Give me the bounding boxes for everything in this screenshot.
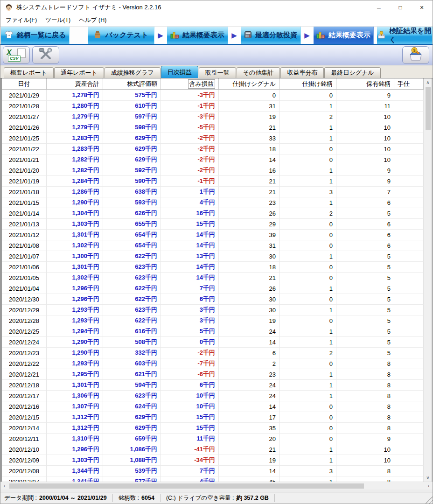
table-row[interactable]: 2021/01/08 1,302千円 654千円 14千円 31 0 6 <box>2 240 424 251</box>
scroll-down-icon[interactable]: ∨ <box>424 474 432 482</box>
column-header-total-assets[interactable]: 資産合計 <box>47 78 103 90</box>
nav-button-optimal-diversification[interactable]: 最適分散投資 <box>240 27 301 44</box>
table-row[interactable]: 2021/01/28 1,280千円 610千円 -1千円 31 1 11 <box>2 101 424 112</box>
table-row[interactable]: 2021/01/20 1,282千円 592千円 -2千円 16 1 9 <box>2 165 424 176</box>
cell-unrealized-pl: 7千円 <box>161 466 219 476</box>
tab-other-aggregation[interactable]: その他集計 <box>237 67 280 78</box>
cell-entry-symbols: 0 <box>279 90 336 101</box>
table-row[interactable]: 2021/01/21 1,282千円 629千円 -2千円 14 0 10 <box>2 154 424 165</box>
status-label: 銘柄数 : <box>119 494 139 502</box>
cell-exit-truncated <box>394 391 424 401</box>
table-row[interactable]: 2021/01/26 1,279千円 598千円 -5千円 21 1 10 <box>2 122 424 133</box>
minimize-icon: – <box>377 4 381 11</box>
table-row[interactable]: 2021/01/04 1,296千円 622千円 7千円 26 1 5 <box>2 283 424 294</box>
scroll-right-icon[interactable]: › <box>425 482 433 490</box>
table-row[interactable]: 2020/12/15 1,312千円 629千円 15千円 17 0 8 <box>2 412 424 423</box>
column-header-held-symbols[interactable]: 保有銘柄 <box>336 78 394 90</box>
vertical-scrollbar[interactable]: ∧ ∨ <box>424 78 432 482</box>
menu-file[interactable]: ファイル(F) <box>1 14 41 26</box>
settings-button[interactable] <box>32 46 59 64</box>
table-row[interactable]: 2020/12/30 1,296千円 622千円 6千円 30 0 5 <box>2 294 424 305</box>
table-row[interactable]: 2020/12/14 1,312千円 629千円 15千円 35 0 8 <box>2 423 424 434</box>
table-row[interactable]: 2021/01/14 1,304千円 626千円 16千円 26 2 5 <box>2 208 424 219</box>
table-row[interactable]: 2020/12/10 1,296千円 1,086千円 -41千円 21 1 10 <box>2 444 424 455</box>
tab-performance-graph[interactable]: 成績推移グラフ <box>105 67 161 78</box>
table-row[interactable]: 2020/12/25 1,294千円 616千円 5千円 24 1 5 <box>2 326 424 337</box>
wrench-hammer-icon <box>37 47 54 63</box>
cell-entry-signals: 21 <box>219 444 279 455</box>
table-row[interactable]: 2021/01/18 1,286千円 638千円 1千円 21 3 7 <box>2 187 424 197</box>
cell-exit-truncated <box>394 326 424 337</box>
scroll-up-icon[interactable]: ∧ <box>424 78 432 86</box>
cell-date: 2021/01/07 <box>2 251 47 262</box>
cell-unrealized-pl: 14千円 <box>161 240 219 251</box>
nav-button-back-to-symbol-list[interactable]: 銘柄一覧に戻る <box>0 27 70 44</box>
cell-entry-symbols: 1 <box>279 251 336 262</box>
action-toolbar: X CSV $ <box>0 45 433 65</box>
horizontal-scrollbar-thumb[interactable] <box>9 483 364 489</box>
menu-help[interactable]: ヘルプ (H) <box>75 14 111 26</box>
table-row[interactable]: 2021/01/12 1,301千円 654千円 14千円 39 0 6 <box>2 230 424 240</box>
nav-arrow-icon: ▶ <box>154 27 167 44</box>
table-row[interactable]: 2020/12/07 1,341千円 577千円 4千円 45 1 8 <box>2 476 424 482</box>
table-row[interactable]: 2020/12/22 1,293千円 603千円 -7千円 2 0 8 <box>2 358 424 369</box>
horizontal-scrollbar[interactable]: ‹ › <box>0 482 433 490</box>
table-row[interactable]: 2020/12/11 1,310千円 659千円 11千円 20 0 9 <box>2 434 424 444</box>
cell-date: 2020/12/17 <box>2 391 47 401</box>
maximize-button[interactable]: □ <box>390 0 411 14</box>
table-row[interactable]: 2020/12/24 1,290千円 508千円 0千円 14 1 5 <box>2 337 424 348</box>
minimize-button[interactable]: – <box>368 0 390 14</box>
cell-stock-value: 622千円 <box>103 315 161 326</box>
table-row[interactable]: 2020/12/09 1,303千円 1,088千円 -34千円 19 1 10 <box>2 455 424 466</box>
resize-grip[interactable] <box>425 496 433 504</box>
table-row[interactable]: 2021/01/06 1,301千円 623千円 14千円 18 0 5 <box>2 262 424 273</box>
column-header-stock-value[interactable]: 株式評価額 <box>103 78 161 90</box>
column-header-date[interactable]: 日付 <box>2 78 47 90</box>
table-row[interactable]: 2021/01/25 1,283千円 629千円 -2千円 33 1 10 <box>2 133 424 144</box>
table-row[interactable]: 2021/01/22 1,283千円 629千円 -2千円 18 0 10 <box>2 144 424 154</box>
cell-held-symbols: 8 <box>336 423 394 434</box>
table-row[interactable]: 2021/01/27 1,279千円 597千円 -3千円 19 2 10 <box>2 112 424 122</box>
tab-summary-report[interactable]: 概要レポート <box>4 67 54 78</box>
menu-tools[interactable]: ツール(T) <box>41 14 75 26</box>
nav-button-result-summary-1[interactable]: 結果概要表示 <box>167 27 228 44</box>
table-row[interactable]: 2020/12/17 1,306千円 623千円 10千円 24 1 8 <box>2 391 424 401</box>
table-row[interactable]: 2020/12/18 1,301千円 594千円 6千円 24 1 8 <box>2 380 424 391</box>
table-row[interactable]: 2021/01/29 1,278千円 575千円 -3千円 0 0 9 <box>2 90 424 101</box>
table-row[interactable]: 2021/01/05 1,302千円 623千円 14千円 21 0 5 <box>2 273 424 283</box>
column-header-exit-truncated[interactable]: 手仕 <box>394 78 424 90</box>
cell-entry-signals: 19 <box>219 112 279 122</box>
tab-yearly-report[interactable]: 通年レポート <box>54 67 104 78</box>
table-row[interactable]: 2020/12/29 1,293千円 623千円 3千円 30 1 5 <box>2 305 424 315</box>
column-header-entry-signals[interactable]: 仕掛けシグナル <box>219 78 279 90</box>
cell-exit-truncated <box>394 230 424 240</box>
close-button[interactable]: × <box>411 0 433 14</box>
table-row[interactable]: 2020/12/28 1,293千円 622千円 3千円 19 0 5 <box>2 315 424 326</box>
nav-button-backtest[interactable]: バックテスト <box>87 27 154 44</box>
table-row[interactable]: 2021/01/07 1,300千円 622千円 13千円 30 1 5 <box>2 251 424 262</box>
cell-exit-truncated <box>394 466 424 476</box>
fund-settings-button[interactable]: $ <box>402 46 429 64</box>
cell-date: 2020/12/15 <box>2 412 47 423</box>
column-header-entry-symbols[interactable]: 仕掛け銘柄 <box>279 78 336 90</box>
table-row[interactable]: 2021/01/19 1,284千円 590千円 -1千円 21 1 9 <box>2 176 424 187</box>
nav-button-open-verification-result[interactable]: 検証結果を開く <box>377 27 433 44</box>
vertical-scrollbar-thumb[interactable] <box>426 87 431 130</box>
cell-date: 2020/12/14 <box>2 423 47 434</box>
table-row[interactable]: 2020/12/08 1,344千円 539千円 7千円 14 3 8 <box>2 466 424 476</box>
table-row[interactable]: 2020/12/16 1,307千円 624千円 10千円 14 0 8 <box>2 401 424 412</box>
scroll-left-icon[interactable]: ‹ <box>0 482 8 490</box>
column-header-unrealized-pl[interactable]: 含み損益 <box>161 78 219 90</box>
table-row[interactable]: 2020/12/21 1,295千円 621千円 -6千円 23 1 8 <box>2 369 424 380</box>
cell-held-symbols: 5 <box>336 208 394 219</box>
tab-trade-list[interactable]: 取引一覧 <box>199 67 236 78</box>
table-row[interactable]: 2021/01/15 1,290千円 593千円 4千円 23 1 6 <box>2 197 424 208</box>
cell-entry-signals: 24 <box>219 380 279 391</box>
tab-return-distribution[interactable]: 収益率分布 <box>280 67 324 78</box>
tab-last-day-signal[interactable]: 最終日シグナル <box>324 67 380 78</box>
table-row[interactable]: 2020/12/23 1,290千円 332千円 -2千円 6 2 5 <box>2 348 424 358</box>
tab-daily-pl[interactable]: 日次損益 <box>161 66 198 78</box>
csv-export-button[interactable]: X CSV <box>3 46 30 64</box>
nav-button-result-summary-2-active[interactable]: 結果概要表示 <box>313 27 374 44</box>
table-row[interactable]: 2021/01/13 1,303千円 655千円 15千円 29 0 6 <box>2 219 424 230</box>
